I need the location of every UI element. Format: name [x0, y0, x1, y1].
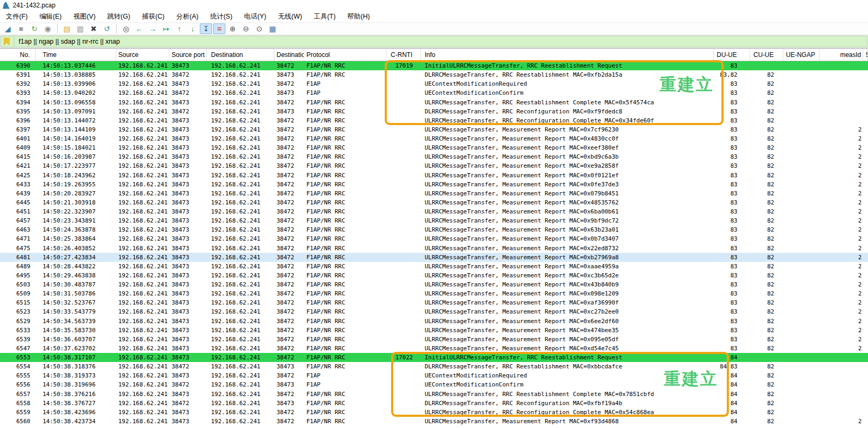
zoom-out-icon[interactable]: ⊖ [240, 23, 252, 34]
packet-row[interactable]: 646314:50:24.363878192.168.62.2413847319… [0, 225, 868, 234]
packet-row[interactable]: 647114:50:25.383864192.168.62.2413847319… [0, 234, 868, 243]
packet-row[interactable]: 644514:50:21.303918192.168.62.2413847319… [0, 198, 868, 207]
packet-row[interactable]: 643314:50:19.263955192.168.62.2413847319… [0, 180, 868, 189]
packet-row[interactable]: 641514:50:16.203987192.168.62.2413847319… [0, 152, 868, 161]
packet-row[interactable]: 652314:50:33.543779192.168.62.2413847319… [0, 307, 868, 316]
packet-row[interactable]: 655814:50:38.376727192.168.62.2413847219… [0, 399, 868, 408]
cell-source-port: 38473 [169, 426, 207, 428]
stop-capture-icon[interactable]: ■ [15, 23, 27, 34]
packet-row[interactable]: 640114:50:14.164019192.168.62.2413847319… [0, 134, 868, 143]
column-header-du-ue[interactable]: DU-UE [714, 49, 750, 61]
cell-protocol: F1AP/NR RRC [304, 289, 386, 298]
packet-row[interactable]: 652914:50:34.563739192.168.62.2413847319… [0, 317, 868, 326]
cell-destination-port: 38473 [274, 399, 304, 408]
packet-row[interactable]: 656414:50:39.443471192.168.62.2413847319… [0, 426, 868, 428]
packet-row[interactable]: 647514:50:26.403852192.168.62.2413847319… [0, 244, 868, 253]
packet-row[interactable]: 653314:50:35.583730192.168.62.2413847319… [0, 326, 868, 335]
column-header-destination-port[interactable]: Destination port [274, 49, 304, 61]
menu-item-statistics[interactable]: 统计(S) [204, 11, 238, 22]
packet-row[interactable]: 640914:50:15.184021192.168.62.2413847319… [0, 143, 868, 152]
column-header-source[interactable]: Source [116, 49, 169, 61]
reload-file-icon[interactable]: ↺ [101, 23, 113, 34]
packet-row[interactable]: 653914:50:36.603707192.168.62.2413847319… [0, 335, 868, 344]
cell-info: DLRRCMessageTransfer, RRC Reestablishmen… [421, 362, 714, 371]
column-header-meas-id[interactable]: measId [820, 49, 863, 61]
zoom-in-icon[interactable]: ⊕ [226, 23, 239, 34]
packet-row[interactable]: 639314:50:13.040202192.168.62.2413847219… [0, 88, 868, 97]
auto-scroll-icon[interactable]: ↧ [200, 23, 212, 34]
column-header-protocol[interactable]: Protocol [304, 49, 386, 61]
cell-destination: 192.168.62.241 [207, 125, 274, 134]
column-header-cu-ue[interactable]: CU-UE [750, 49, 783, 61]
filter-bookmark-icon[interactable] [4, 38, 10, 46]
menu-item-wireless[interactable]: 无线(W) [272, 11, 308, 22]
packet-row[interactable]: 642514:50:18.243962192.168.62.2413847319… [0, 171, 868, 180]
packet-row[interactable]: 639614:50:13.144072192.168.62.2413847319… [0, 116, 868, 125]
menu-item-capture[interactable]: 捕获(C) [136, 11, 170, 22]
column-header-c-rnti[interactable]: C-RNTI [386, 49, 421, 61]
packet-row[interactable]: 639514:50:13.097091192.168.62.2413847219… [0, 107, 868, 116]
column-header-destination[interactable]: Destination [207, 49, 274, 61]
column-header-info[interactable]: Info [421, 49, 714, 61]
packet-row[interactable]: 645714:50:23.343891192.168.62.2413847319… [0, 216, 868, 225]
cell-c-rnti [386, 234, 421, 243]
packet-row[interactable]: 656014:50:38.423734192.168.62.2413847319… [0, 417, 868, 426]
packet-row[interactable]: 642114:50:17.223977192.168.62.2413847319… [0, 161, 868, 170]
cell-info: ULRRCMessageTransfer, Measurement Report… [421, 161, 714, 170]
packet-row[interactable]: 655914:50:38.423696192.168.62.2413847319… [0, 408, 868, 417]
packet-row[interactable]: 648114:50:27.423834192.168.62.2413847319… [0, 253, 868, 262]
previous-packet-icon[interactable]: ← [133, 23, 145, 34]
first-packet-icon[interactable]: ↑ [173, 23, 185, 34]
goto-packet-icon[interactable]: ↦ [160, 23, 172, 34]
column-header-source-port[interactable]: Source port [169, 49, 207, 61]
packet-row[interactable]: 655614:50:38.319696192.168.62.2413847219… [0, 380, 868, 389]
colorize-icon[interactable]: ≡ [213, 23, 225, 34]
packet-row[interactable]: 639014:50:13.037446192.168.62.2413847319… [0, 61, 868, 70]
menu-item-file[interactable]: 文件(F) [0, 11, 34, 22]
column-header-time[interactable]: Time [36, 49, 116, 61]
packet-row[interactable]: 639714:50:13.144109192.168.62.2413847319… [0, 125, 868, 134]
start-capture-icon[interactable]: ◢ [2, 23, 14, 34]
packet-row[interactable]: 639214:50:13.039906192.168.62.2413847319… [0, 79, 868, 88]
display-filter-input[interactable]: f1ap || ngap || sdap || nr-rrc || xnap [1, 36, 867, 47]
restart-capture-icon[interactable]: ↻ [28, 23, 40, 34]
next-packet-icon[interactable]: → [147, 23, 159, 34]
packet-row[interactable]: 654714:50:37.623702192.168.62.2413847319… [0, 344, 868, 353]
menu-item-analyze[interactable]: 分析(A) [171, 11, 205, 22]
open-file-icon[interactable]: ▤ [61, 23, 73, 34]
menu-item-edit[interactable]: 编辑(E) [34, 11, 68, 22]
packet-row[interactable]: 639114:50:13.038885192.168.62.2413847219… [0, 70, 868, 79]
column-header-no[interactable]: No. [0, 49, 36, 61]
menu-item-telephony[interactable]: 电话(Y) [238, 11, 272, 22]
packet-row[interactable]: 645114:50:22.323907192.168.62.2413847319… [0, 207, 868, 216]
last-packet-icon[interactable]: ↓ [186, 23, 199, 34]
packet-row[interactable]: 650314:50:30.483787192.168.62.2413847319… [0, 280, 868, 289]
cell-no: 6433 [0, 180, 36, 189]
column-header-extra[interactable]: 5 [863, 49, 868, 61]
cell-cu-ue: 82 [750, 207, 783, 216]
packet-row[interactable]: 643914:50:20.283927192.168.62.2413847319… [0, 189, 868, 198]
packet-row[interactable]: 655314:50:38.317107192.168.62.2413847319… [0, 353, 868, 362]
menu-item-help[interactable]: 帮助(H) [342, 11, 376, 22]
resize-columns-icon[interactable]: ▦ [266, 23, 279, 34]
menu-item-go[interactable]: 跳转(G) [101, 11, 136, 22]
packet-row[interactable]: 655514:50:38.319373192.168.62.2413847319… [0, 371, 868, 380]
cell-source: 192.168.62.241 [116, 116, 169, 125]
column-header-ue-ngap[interactable]: UE-NGAP [783, 49, 820, 61]
find-packet-icon[interactable]: ◎ [120, 23, 132, 34]
packet-row[interactable]: 655714:50:38.376216192.168.62.2413847319… [0, 390, 868, 399]
close-file-icon[interactable]: ✖ [87, 23, 100, 34]
cell-c-rnti [386, 88, 421, 97]
packet-row[interactable]: 655414:50:38.318376192.168.62.2413847219… [0, 362, 868, 371]
menu-item-tools[interactable]: 工具(T) [308, 11, 342, 22]
packet-row[interactable]: 651514:50:32.523767192.168.62.2413847319… [0, 298, 868, 307]
zoom-reset-icon[interactable]: ⊙ [253, 23, 265, 34]
save-file-icon[interactable]: ▥ [74, 23, 86, 34]
capture-options-icon[interactable]: ◉ [42, 23, 54, 34]
packet-row[interactable]: 648914:50:28.443822192.168.62.2413847319… [0, 262, 868, 271]
packet-row[interactable]: 639414:50:13.096558192.168.62.2413847319… [0, 98, 868, 107]
packet-row[interactable]: 649514:50:29.463838192.168.62.2413847319… [0, 271, 868, 280]
menu-item-view[interactable]: 视图(V) [68, 11, 102, 22]
packet-row[interactable]: 650914:50:31.503786192.168.62.2413847319… [0, 289, 868, 298]
cell-extra [863, 180, 868, 189]
